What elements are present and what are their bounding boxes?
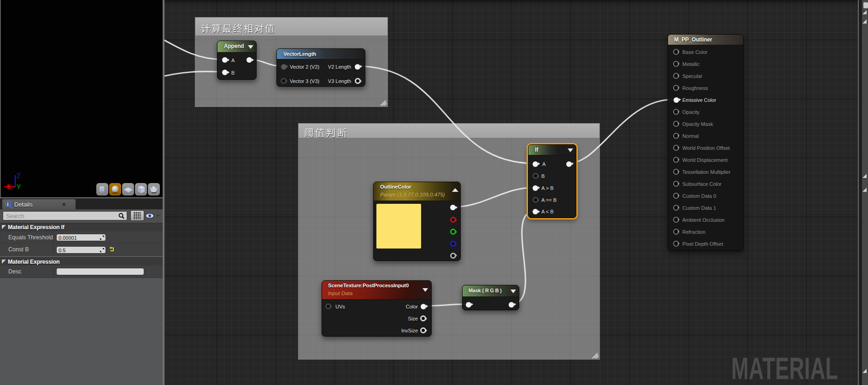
svg-text:Y: Y [17,183,21,190]
svg-text:i: i [7,201,9,207]
svg-text:Z: Z [17,172,21,179]
